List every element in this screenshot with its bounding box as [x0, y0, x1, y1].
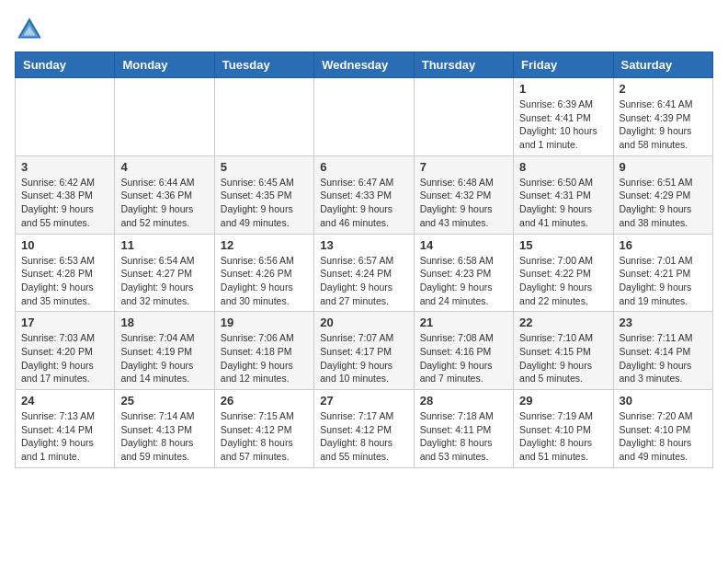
calendar-cell: 23Sunrise: 7:11 AMSunset: 4:14 PMDayligh…: [613, 312, 712, 390]
day-number: 3: [21, 160, 108, 174]
day-info: Sunrise: 7:13 AMSunset: 4:14 PMDaylight:…: [21, 409, 108, 464]
day-number: 18: [120, 316, 208, 329]
calendar-cell: 6Sunrise: 6:47 AMSunset: 4:33 PMDaylight…: [314, 155, 414, 234]
day-number: 28: [420, 394, 507, 408]
calendar-week-1: 3Sunrise: 6:42 AMSunset: 4:38 PMDaylight…: [16, 155, 713, 234]
logo: [15, 15, 48, 44]
calendar-cell: 9Sunrise: 6:51 AMSunset: 4:29 PMDaylight…: [613, 155, 712, 234]
day-info: Sunrise: 7:17 AMSunset: 4:12 PMDaylight:…: [320, 409, 407, 464]
calendar-cell: 2Sunrise: 6:41 AMSunset: 4:39 PMDaylight…: [613, 78, 712, 156]
calendar-cell: 15Sunrise: 7:00 AMSunset: 4:22 PMDayligh…: [514, 234, 613, 312]
day-number: 9: [620, 160, 707, 174]
day-info: Sunrise: 6:45 AMSunset: 4:35 PMDaylight:…: [221, 176, 308, 230]
day-info: Sunrise: 6:42 AMSunset: 4:38 PMDaylight:…: [21, 176, 108, 230]
column-header-monday: Monday: [115, 52, 214, 78]
day-number: 4: [120, 160, 208, 174]
day-info: Sunrise: 7:00 AMSunset: 4:22 PMDaylight:…: [519, 254, 607, 308]
day-info: Sunrise: 6:58 AMSunset: 4:23 PMDaylight:…: [420, 254, 507, 308]
column-header-wednesday: Wednesday: [314, 52, 414, 78]
calendar-cell: 16Sunrise: 7:01 AMSunset: 4:21 PMDayligh…: [613, 234, 712, 312]
calendar-cell: 13Sunrise: 6:57 AMSunset: 4:24 PMDayligh…: [314, 234, 414, 312]
day-info: Sunrise: 7:08 AMSunset: 4:16 PMDaylight:…: [420, 331, 507, 385]
calendar-cell: 11Sunrise: 6:54 AMSunset: 4:27 PMDayligh…: [115, 234, 214, 312]
day-number: 26: [221, 394, 308, 408]
day-number: 27: [320, 394, 407, 408]
calendar-cell: 12Sunrise: 6:56 AMSunset: 4:26 PMDayligh…: [214, 234, 313, 312]
calendar-cell: 22Sunrise: 7:10 AMSunset: 4:15 PMDayligh…: [514, 312, 613, 390]
day-info: Sunrise: 7:18 AMSunset: 4:11 PMDaylight:…: [420, 409, 507, 464]
day-info: Sunrise: 6:54 AMSunset: 4:27 PMDaylight:…: [120, 254, 208, 308]
day-number: 21: [420, 316, 507, 329]
calendar-cell: 1Sunrise: 6:39 AMSunset: 4:41 PMDaylight…: [514, 78, 613, 156]
calendar-cell: 19Sunrise: 7:06 AMSunset: 4:18 PMDayligh…: [214, 312, 313, 390]
calendar-cell: 8Sunrise: 6:50 AMSunset: 4:31 PMDaylight…: [514, 155, 613, 234]
calendar-cell: 7Sunrise: 6:48 AMSunset: 4:32 PMDaylight…: [414, 155, 513, 234]
calendar-cell: 21Sunrise: 7:08 AMSunset: 4:16 PMDayligh…: [414, 312, 513, 390]
day-info: Sunrise: 7:10 AMSunset: 4:15 PMDaylight:…: [519, 331, 607, 385]
day-number: 20: [320, 316, 407, 329]
calendar-cell: 24Sunrise: 7:13 AMSunset: 4:14 PMDayligh…: [16, 390, 115, 468]
day-number: 16: [620, 238, 707, 252]
day-number: 19: [221, 316, 308, 329]
day-info: Sunrise: 7:04 AMSunset: 4:19 PMDaylight:…: [120, 331, 208, 385]
calendar-header-row: SundayMondayTuesdayWednesdayThursdayFrid…: [16, 52, 713, 78]
day-number: 25: [120, 394, 208, 408]
day-info: Sunrise: 6:57 AMSunset: 4:24 PMDaylight:…: [320, 254, 407, 308]
day-number: 29: [519, 394, 607, 408]
calendar-cell: [16, 78, 115, 156]
day-info: Sunrise: 6:48 AMSunset: 4:32 PMDaylight:…: [420, 176, 507, 230]
day-number: 13: [320, 238, 407, 252]
day-number: 15: [519, 238, 607, 252]
day-info: Sunrise: 7:07 AMSunset: 4:17 PMDaylight:…: [320, 331, 407, 385]
day-number: 2: [620, 82, 707, 96]
logo-icon: [15, 15, 44, 44]
day-info: Sunrise: 7:03 AMSunset: 4:20 PMDaylight:…: [21, 331, 108, 385]
day-number: 10: [21, 238, 108, 252]
day-number: 6: [320, 160, 407, 174]
day-number: 1: [519, 82, 607, 96]
day-info: Sunrise: 6:50 AMSunset: 4:31 PMDaylight:…: [519, 176, 607, 230]
column-header-thursday: Thursday: [414, 52, 513, 78]
day-number: 23: [620, 316, 707, 329]
day-number: 24: [21, 394, 108, 408]
calendar-cell: 5Sunrise: 6:45 AMSunset: 4:35 PMDaylight…: [214, 155, 313, 234]
day-info: Sunrise: 7:06 AMSunset: 4:18 PMDaylight:…: [221, 331, 308, 385]
calendar-cell: 29Sunrise: 7:19 AMSunset: 4:10 PMDayligh…: [514, 390, 613, 468]
day-number: 5: [221, 160, 308, 174]
calendar-cell: 30Sunrise: 7:20 AMSunset: 4:10 PMDayligh…: [613, 390, 712, 468]
day-info: Sunrise: 7:01 AMSunset: 4:21 PMDaylight:…: [620, 254, 707, 308]
day-info: Sunrise: 6:47 AMSunset: 4:33 PMDaylight:…: [320, 176, 407, 230]
page-header: [15, 15, 713, 44]
day-info: Sunrise: 6:53 AMSunset: 4:28 PMDaylight:…: [21, 254, 108, 308]
day-info: Sunrise: 6:56 AMSunset: 4:26 PMDaylight:…: [221, 254, 308, 308]
calendar-cell: 10Sunrise: 6:53 AMSunset: 4:28 PMDayligh…: [16, 234, 115, 312]
calendar-cell: 20Sunrise: 7:07 AMSunset: 4:17 PMDayligh…: [314, 312, 414, 390]
day-info: Sunrise: 7:19 AMSunset: 4:10 PMDaylight:…: [519, 409, 607, 464]
column-header-sunday: Sunday: [16, 52, 115, 78]
day-info: Sunrise: 7:15 AMSunset: 4:12 PMDaylight:…: [221, 409, 308, 464]
day-number: 8: [519, 160, 607, 174]
day-number: 22: [519, 316, 607, 329]
calendar-cell: [115, 78, 214, 156]
calendar-cell: 4Sunrise: 6:44 AMSunset: 4:36 PMDaylight…: [115, 155, 214, 234]
calendar-cell: [214, 78, 313, 156]
calendar-cell: 25Sunrise: 7:14 AMSunset: 4:13 PMDayligh…: [115, 390, 214, 468]
day-number: 12: [221, 238, 308, 252]
day-number: 17: [21, 316, 108, 329]
day-info: Sunrise: 6:41 AMSunset: 4:39 PMDaylight:…: [620, 98, 707, 152]
calendar-cell: [314, 78, 414, 156]
calendar-cell: 28Sunrise: 7:18 AMSunset: 4:11 PMDayligh…: [414, 390, 513, 468]
day-info: Sunrise: 7:14 AMSunset: 4:13 PMDaylight:…: [120, 409, 208, 464]
calendar-cell: 26Sunrise: 7:15 AMSunset: 4:12 PMDayligh…: [214, 390, 313, 468]
calendar-cell: 14Sunrise: 6:58 AMSunset: 4:23 PMDayligh…: [414, 234, 513, 312]
calendar-week-4: 24Sunrise: 7:13 AMSunset: 4:14 PMDayligh…: [16, 390, 713, 468]
calendar-week-2: 10Sunrise: 6:53 AMSunset: 4:28 PMDayligh…: [16, 234, 713, 312]
day-info: Sunrise: 6:39 AMSunset: 4:41 PMDaylight:…: [519, 98, 607, 152]
calendar-cell: 17Sunrise: 7:03 AMSunset: 4:20 PMDayligh…: [16, 312, 115, 390]
calendar-week-3: 17Sunrise: 7:03 AMSunset: 4:20 PMDayligh…: [16, 312, 713, 390]
calendar-cell: [414, 78, 513, 156]
calendar-table: SundayMondayTuesdayWednesdayThursdayFrid…: [15, 52, 713, 468]
day-info: Sunrise: 6:44 AMSunset: 4:36 PMDaylight:…: [120, 176, 208, 230]
column-header-saturday: Saturday: [613, 52, 712, 78]
day-number: 30: [620, 394, 707, 408]
